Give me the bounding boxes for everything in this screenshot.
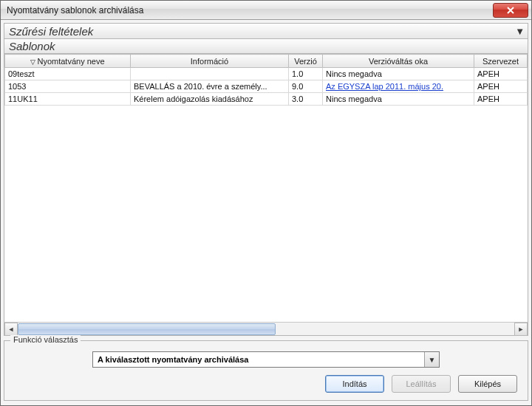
scroll-track[interactable]	[18, 323, 514, 335]
col-org[interactable]: Szervezet	[474, 55, 528, 68]
col-info[interactable]: Információ	[131, 55, 289, 68]
cell-reason: Nincs megadva	[323, 68, 474, 80]
cell-reason-link[interactable]: Az EGYSZA lap 2011. május 20.	[323, 80, 474, 93]
start-button[interactable]: Indítás	[325, 375, 384, 393]
scroll-thumb[interactable]	[18, 323, 276, 335]
function-select[interactable]: A kiválasztott nyomtatvány archiválása ▼	[92, 351, 440, 368]
cell-info	[131, 68, 289, 80]
window-title: Nyomtatvány sablonok archiválása	[7, 5, 143, 16]
cell-name: 1053	[5, 80, 131, 93]
table-row[interactable]: 1053 BEVALLÁS a 2010. évre a személy... …	[5, 80, 528, 93]
scroll-left-button[interactable]: ◄	[4, 323, 18, 336]
table-row[interactable]: 09teszt 1.0 Nincs megadva APEH	[5, 68, 528, 80]
cell-org: APEH	[474, 93, 528, 106]
table-scroll: ▽Nyomtatvány neve Információ Verzió Verz…	[4, 54, 528, 322]
exit-button[interactable]: Kilépés	[458, 375, 517, 393]
function-row: A kiválasztott nyomtatvány archiválása ▼	[10, 351, 522, 368]
dropdown-button[interactable]: ▼	[424, 352, 439, 367]
table-body: 09teszt 1.0 Nincs megadva APEH 1053 BEVA…	[5, 68, 528, 106]
dialog-window: Nyomtatvány sablonok archiválása Szűrési…	[0, 0, 532, 406]
expand-icon: ▼	[515, 26, 525, 37]
close-icon	[507, 7, 514, 14]
col-name[interactable]: ▽Nyomtatvány neve	[5, 55, 131, 68]
cell-org: APEH	[474, 68, 528, 80]
cell-reason: Nincs megadva	[323, 93, 474, 106]
table-row[interactable]: 11UK11 Kérelem adóigazolás kiadásához 3.…	[5, 93, 528, 106]
filter-header-label: Szűrési feltételek	[9, 25, 93, 38]
templates-table: ▽Nyomtatvány neve Információ Verzió Verz…	[4, 54, 528, 106]
function-legend: Funkció választás	[10, 335, 81, 344]
dialog-content: Szűrési feltételek ▼ Sablonok ▽Nyomtatvá…	[1, 20, 531, 405]
function-group: Funkció választás A kiválasztott nyomtat…	[4, 340, 528, 401]
col-reason[interactable]: Verzióváltás oka	[323, 55, 474, 68]
button-row: Indítás Leállítás Kilépés	[10, 375, 522, 393]
cell-info: Kérelem adóigazolás kiadásához	[131, 93, 289, 106]
horizontal-scrollbar[interactable]: ◄ ►	[4, 322, 528, 335]
scroll-right-button[interactable]: ►	[514, 323, 528, 336]
cell-ver: 1.0	[289, 68, 323, 80]
cell-ver: 3.0	[289, 93, 323, 106]
chevron-down-icon: ▼	[429, 356, 436, 364]
table-wrap: ▽Nyomtatvány neve Információ Verzió Verz…	[4, 54, 528, 335]
templates-panel: Sablonok ▽Nyomtatvány neve Információ Ve…	[4, 39, 528, 336]
cell-ver: 9.0	[289, 80, 323, 93]
close-button[interactable]	[493, 3, 528, 18]
function-select-value: A kiválasztott nyomtatvány archiválása	[93, 352, 424, 367]
cell-name: 11UK11	[5, 93, 131, 106]
templates-header: Sablonok	[4, 39, 528, 54]
col-version[interactable]: Verzió	[289, 55, 323, 68]
table-header-row: ▽Nyomtatvány neve Információ Verzió Verz…	[5, 55, 528, 68]
cell-org: APEH	[474, 80, 528, 93]
filter-header[interactable]: Szűrési feltételek ▼	[4, 23, 528, 39]
title-bar: Nyomtatvány sablonok archiválása	[1, 1, 531, 20]
stop-button: Leállítás	[392, 375, 451, 393]
cell-info: BEVALLÁS a 2010. évre a személy...	[131, 80, 289, 93]
cell-name: 09teszt	[5, 68, 131, 80]
